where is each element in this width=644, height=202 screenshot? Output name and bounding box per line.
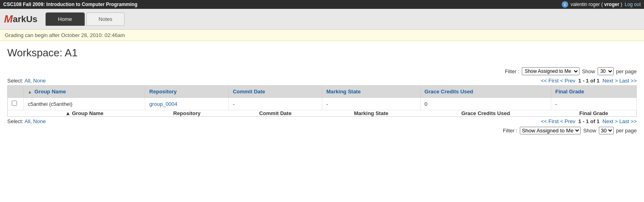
last-page-bottom[interactable]: Last >> bbox=[619, 118, 637, 124]
user-info: i valentin roger ( vroger ) Log out bbox=[562, 1, 641, 8]
prev-page-bottom[interactable]: < Prev bbox=[560, 118, 575, 124]
course-title: CSC108 Fall 2009: Introduction to Comput… bbox=[3, 2, 138, 7]
table-body: c5anthei (c5anthei) group_0004 - - 0 - bbox=[8, 98, 637, 110]
page-nav-top: << First < Prev 1 - 1 of 1 Next > Last >… bbox=[541, 78, 637, 84]
nav-notes[interactable]: Notes bbox=[86, 12, 125, 26]
row-grace-credits: 0 bbox=[420, 98, 551, 110]
table-header: ▲ Group Name Repository Commit Date Mark… bbox=[8, 86, 637, 98]
footer-group-name: ▲ Group Name bbox=[24, 110, 145, 117]
notice-text: Grading can begin after October 28, 2010… bbox=[5, 32, 125, 38]
row-repository: group_0004 bbox=[145, 98, 229, 110]
page-info-top: 1 - 1 of 1 bbox=[578, 78, 600, 84]
header-checkbox-col bbox=[8, 86, 24, 98]
select-label-bottom: Select: bbox=[7, 118, 23, 124]
info-icon: i bbox=[562, 1, 568, 8]
page-info-bottom: 1 - 1 of 1 bbox=[578, 118, 600, 124]
first-page-bottom[interactable]: << First bbox=[541, 118, 559, 124]
prev-page-top[interactable]: < Prev bbox=[560, 78, 575, 84]
footer-marking-state: Marking State bbox=[322, 110, 420, 117]
footer-repository: Repository bbox=[145, 110, 229, 117]
header-row: ▲ Group Name Repository Commit Date Mark… bbox=[8, 86, 637, 98]
footer-grace-credits: Grace Credits Used bbox=[420, 110, 551, 117]
next-page-top[interactable]: Next > bbox=[602, 78, 618, 84]
page-title: Workspace: A1 bbox=[7, 47, 637, 59]
header-group-name: ▲ Group Name bbox=[24, 86, 145, 98]
per-page-label: per page bbox=[616, 68, 637, 74]
show-select-bottom[interactable]: 30 bbox=[599, 127, 614, 134]
user-display: valentin roger ( vroger ) bbox=[571, 2, 622, 7]
controls-top: Filter : Show Assigned to Me Show 30 per… bbox=[7, 66, 637, 77]
nav-home[interactable]: Home bbox=[46, 12, 85, 26]
row-commit-date: - bbox=[229, 98, 322, 110]
pagination-bottom: Select: All, None << First < Prev 1 - 1 … bbox=[7, 117, 637, 125]
select-all-bottom[interactable]: All bbox=[25, 118, 30, 124]
sort-arrow-icon: ▲ bbox=[28, 90, 32, 94]
last-page-top[interactable]: Last >> bbox=[619, 78, 637, 84]
footer-row: ▲ Group Name Repository Commit Date Mark… bbox=[8, 110, 637, 117]
footer-final-grade: Final Grade bbox=[551, 110, 637, 117]
per-page-label-bottom: per page bbox=[616, 128, 637, 134]
main-content: Workspace: A1 Filter : Show Assigned to … bbox=[0, 41, 644, 146]
main-nav: Home Notes bbox=[46, 12, 125, 26]
table-section: Filter : Show Assigned to Me Show 30 per… bbox=[7, 66, 637, 136]
logo: MarkUs bbox=[4, 13, 38, 25]
top-bar: CSC108 Fall 2009: Introduction to Comput… bbox=[0, 0, 644, 9]
controls-bottom: Filter : Show Assigned to Me Show 30 per… bbox=[7, 125, 637, 136]
filter-label-bottom: Filter : bbox=[503, 128, 517, 134]
footer-checkbox-col bbox=[8, 110, 24, 117]
header-commit-date: Commit Date bbox=[229, 86, 322, 98]
repository-link[interactable]: group_0004 bbox=[149, 101, 177, 107]
header-final-grade: Final Grade bbox=[551, 86, 637, 98]
table-row: c5anthei (c5anthei) group_0004 - - 0 - bbox=[8, 98, 637, 110]
row-checkbox-cell bbox=[8, 98, 24, 110]
filter-select[interactable]: Show Assigned to Me bbox=[522, 67, 579, 75]
next-page-bottom[interactable]: Next > bbox=[602, 118, 618, 124]
notice-bar: Grading can begin after October 28, 2010… bbox=[0, 30, 644, 41]
select-label: Select: bbox=[7, 78, 23, 84]
row-final-grade: - bbox=[551, 98, 637, 110]
filter-select-bottom[interactable]: Show Assigned to Me bbox=[520, 127, 581, 134]
show-label-bottom: Show bbox=[583, 128, 596, 134]
logo-text: arkUs bbox=[13, 14, 38, 25]
logout-link[interactable]: Log out bbox=[625, 2, 641, 7]
footer-commit-date: Commit Date bbox=[229, 110, 322, 117]
select-none-bottom[interactable]: None bbox=[33, 118, 46, 124]
filter-label: Filter : bbox=[505, 68, 519, 74]
data-table: ▲ Group Name Repository Commit Date Mark… bbox=[7, 85, 637, 117]
select-none-top[interactable]: None bbox=[33, 78, 46, 84]
row-group-name: c5anthei (c5anthei) bbox=[24, 98, 145, 110]
header-marking-state: Marking State bbox=[322, 86, 420, 98]
row-marking-state: - bbox=[322, 98, 420, 110]
header-grace-credits: Grace Credits Used bbox=[420, 86, 551, 98]
first-page-top[interactable]: << First bbox=[541, 78, 559, 84]
table-footer: ▲ Group Name Repository Commit Date Mark… bbox=[8, 110, 637, 117]
header: MarkUs Home Notes bbox=[0, 9, 644, 30]
logo-mark: M bbox=[4, 13, 13, 25]
row-checkbox[interactable] bbox=[12, 101, 17, 106]
select-links-top: Select: All, None bbox=[7, 78, 46, 84]
pagination-top: Select: All, None << First < Prev 1 - 1 … bbox=[7, 77, 637, 85]
page-nav-bottom: << First < Prev 1 - 1 of 1 Next > Last >… bbox=[541, 118, 637, 124]
show-select[interactable]: 30 bbox=[598, 67, 614, 75]
footer-sort-arrow-icon: ▲ bbox=[65, 110, 71, 116]
show-label: Show bbox=[582, 68, 595, 74]
header-repository: Repository bbox=[145, 86, 229, 98]
select-all-top[interactable]: All bbox=[25, 78, 30, 84]
select-links-bottom: Select: All, None bbox=[7, 118, 46, 124]
